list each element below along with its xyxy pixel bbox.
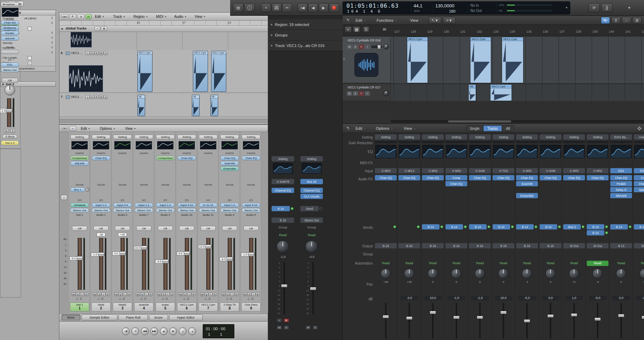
fader-track[interactable]: [99, 238, 103, 290]
pan-knob[interactable]: [498, 268, 509, 279]
channel-setting-button[interactable]: Setting: [398, 134, 420, 140]
send-level-knob[interactable]: [534, 225, 538, 228]
inspector-row-2[interactable]: ▶Track: VEC1 Cy...als CR 016: [268, 40, 343, 51]
fader-track[interactable]: [597, 303, 598, 339]
channel-setting-button[interactable]: Setting: [113, 135, 132, 139]
menu-view[interactable]: View▼: [123, 126, 138, 131]
channel-i-button[interactable]: I: [144, 293, 148, 296]
pan-knob[interactable]: [428, 268, 438, 279]
volume-knob[interactable]: [305, 240, 318, 253]
bypass-button[interactable]: Off: [115, 226, 130, 231]
track-header-017[interactable]: VEC1 Cymbals CR 017MSRI: [343, 84, 391, 101]
region[interactable]: VEC1 Cym: [211, 51, 226, 92]
send-slot[interactable]: B 14: [587, 224, 604, 229]
catch-playhead-icon[interactable]: ⇱: [69, 14, 76, 19]
zoom-vertical-button[interactable]: ⇕: [611, 17, 620, 24]
send-slot[interactable]: B 14: [469, 224, 487, 229]
add-channel-button[interactable]: +: [61, 195, 67, 200]
fader-cap[interactable]: [547, 314, 554, 318]
track-s-button[interactable]: S: [353, 91, 358, 96]
output-slot[interactable]: B 19: [445, 243, 467, 248]
toolbar-overflow-chevron[interactable]: ▾: [626, 5, 632, 11]
channel-m-button[interactable]: M: [157, 293, 161, 296]
param-checkbox[interactable]: [28, 56, 32, 60]
channel-name-plate[interactable]: Club Danc9: [241, 302, 261, 312]
audio-fx-slot[interactable]: Comp: [445, 175, 467, 180]
input-slot[interactable]: ⊙ Snt8: [540, 168, 561, 173]
io-output-slot[interactable]: Stereo Out: [242, 208, 260, 213]
eq-thumbnail[interactable]: [399, 145, 420, 158]
channel-setting-button[interactable]: Analog...: [634, 134, 644, 140]
channel-s-button[interactable]: S: [76, 293, 80, 296]
inspector-row-0[interactable]: ▶Region: 18 selected: [268, 19, 343, 30]
stepper-icon[interactable]: ⇕: [50, 46, 54, 50]
region[interactable]: VEC1 Cym: [407, 37, 428, 83]
bypass-button[interactable]: Off: [158, 226, 173, 231]
channel-setting-button[interactable]: Setting: [587, 134, 609, 140]
menu-region[interactable]: Region▼: [132, 14, 150, 19]
fader-track[interactable]: [409, 303, 410, 339]
strip-m-button[interactable]: M: [277, 325, 282, 330]
pan-knob[interactable]: [383, 91, 389, 96]
channel-s-button[interactable]: S: [119, 293, 123, 296]
waveform-zoom-button[interactable]: [601, 17, 610, 24]
send-level-knob[interactable]: [440, 225, 443, 228]
eq-thumbnail[interactable]: [178, 141, 195, 149]
track-m-button[interactable]: M: [347, 45, 352, 49]
audio-fx-slot[interactable]: Chan EQ: [469, 175, 491, 180]
track-r-button[interactable]: R: [359, 45, 364, 49]
strip-s-button[interactable]: S: [312, 325, 318, 330]
eq-thumbnail[interactable]: [221, 141, 238, 149]
channel-name-plate[interactable]: VEC1 Cym7: [199, 302, 218, 312]
channel-r-button[interactable]: R: [106, 293, 110, 296]
send-level-knob[interactable]: [605, 231, 608, 234]
fader-track[interactable]: [121, 238, 125, 290]
fader-cap[interactable]: [98, 252, 104, 256]
output-slot[interactable]: B 19: [398, 243, 420, 248]
h-scrollbar-thumb[interactable]: [448, 120, 511, 122]
input-slot[interactable]: ⊙ Snth78: [272, 179, 294, 184]
track-h-button[interactable]: H: [90, 95, 94, 99]
bar-ruler[interactable]: 131721: [59, 21, 268, 26]
channel-name-plate[interactable]: snare5: [156, 302, 175, 312]
eq-thumbnail[interactable]: [540, 145, 561, 158]
channel-s-button[interactable]: S: [247, 293, 251, 296]
stepper-icon[interactable]: ⇕: [50, 51, 54, 55]
eq-thumbnail[interactable]: [375, 145, 396, 158]
disclosure-right-icon[interactable]: ▶: [61, 27, 64, 31]
audio-fx-slot[interactable]: Chan EQ: [563, 175, 585, 180]
tab-piano-roll[interactable]: Piano Roll: [118, 314, 148, 320]
pan-knob[interactable]: [616, 268, 626, 279]
menu-view[interactable]: View▼: [401, 125, 418, 132]
channel-name-plate[interactable]: Inst 11: [70, 302, 89, 312]
insert-slot[interactable]: Compressor: [156, 156, 175, 160]
audio-fx-slot[interactable]: ScanVib: [516, 181, 538, 186]
track-header-016[interactable]: 8VEC1 Cymbals CR 016MSRI: [343, 37, 391, 83]
pan-knob[interactable]: [451, 268, 462, 279]
view-tab-single[interactable]: Single: [466, 125, 483, 132]
global-tracks-bar[interactable]: ▶Global Tracks+≣: [59, 26, 268, 32]
bypass-button[interactable]: Off: [93, 226, 109, 231]
io-output-slot[interactable]: Stereo Out: [177, 208, 196, 213]
audio-fx-slot[interactable]: Pedals: [610, 181, 632, 186]
insert-slot[interactable]: AdLimit: [1, 36, 19, 41]
io-input-slot[interactable]: Input 9-10: [177, 203, 196, 207]
send-slot[interactable]: B 14: [445, 224, 463, 229]
strip-setting-button[interactable]: Setting: [272, 156, 294, 161]
pan-knob[interactable]: [545, 268, 556, 279]
strip-setting-button[interactable]: Setting: [300, 156, 323, 161]
io-output-slot[interactable]: Stereo Out: [135, 208, 153, 213]
channel-setting-button[interactable]: Setting: [540, 134, 561, 140]
fader-cap[interactable]: [205, 245, 212, 249]
channel-i-button[interactable]: I: [230, 293, 234, 296]
channel-name-plate[interactable]: hihat23: [113, 302, 132, 312]
channel-r-button[interactable]: R: [256, 293, 260, 296]
fader-cap[interactable]: [310, 287, 316, 290]
input-slot[interactable]: ⊙ M/I2: [422, 168, 444, 173]
track-i-button[interactable]: I: [85, 51, 90, 55]
fader-cap[interactable]: [383, 315, 389, 318]
io-input-slot[interactable]: Ultrabeat: [70, 203, 89, 207]
audio-fx-slot[interactable]: Chan EQ: [375, 175, 397, 180]
collapse-tracks-button[interactable]: ≣: [632, 17, 642, 24]
inspector-row-1[interactable]: ▶Groups: [268, 30, 343, 40]
